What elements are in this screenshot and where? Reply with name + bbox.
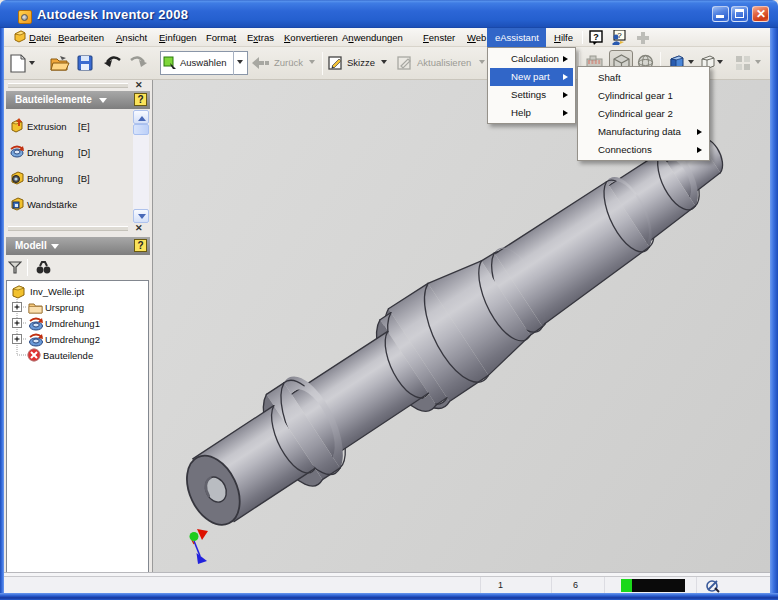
- svg-text:?: ?: [593, 32, 599, 42]
- svg-text:?: ?: [617, 31, 622, 40]
